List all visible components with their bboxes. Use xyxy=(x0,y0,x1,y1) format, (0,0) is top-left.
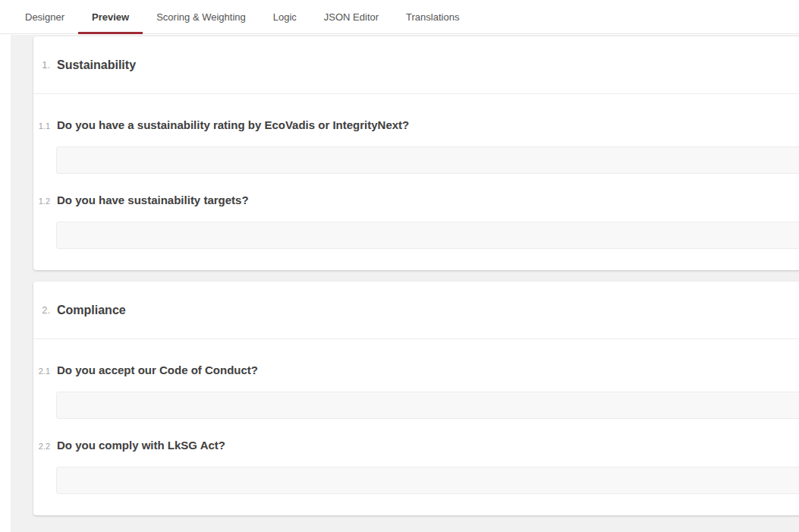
section-header: 2. Compliance xyxy=(33,282,799,339)
section-title: Compliance xyxy=(57,304,126,317)
question-number: 1.2 xyxy=(33,197,50,206)
question-title-row: 2.1 Do you accept our Code of Conduct? xyxy=(33,364,799,376)
section-header: 1. Sustainability xyxy=(33,36,799,94)
question-number: 2.1 xyxy=(33,367,50,376)
preview-surface: 1. Sustainability 1.1 Do you have a sust… xyxy=(11,35,799,532)
question-title-row: 1.1 Do you have a sustainability rating … xyxy=(33,119,799,131)
question-title: Do you have a sustainability rating by E… xyxy=(57,119,409,131)
section-body: 2.1 Do you accept our Code of Conduct? 2… xyxy=(33,339,799,515)
section-number: 1. xyxy=(33,59,50,71)
tab-preview[interactable]: Preview xyxy=(78,0,143,33)
question-block: 2.2 Do you comply with LkSG Act? xyxy=(33,439,799,494)
section-title: Sustainability xyxy=(57,58,136,72)
tab-designer[interactable]: Designer xyxy=(11,0,78,33)
tab-json-editor[interactable]: JSON Editor xyxy=(310,0,392,33)
question-title: Do you have sustainability targets? xyxy=(57,194,249,206)
tab-scoring-weighting[interactable]: Scoring & Weighting xyxy=(143,0,260,33)
section-card-compliance: 2. Compliance 2.1 Do you accept our Code… xyxy=(33,282,799,515)
question-block: 1.2 Do you have sustainability targets? xyxy=(33,194,799,249)
question-input-sustainability-rating[interactable] xyxy=(56,146,799,174)
tab-logic[interactable]: Logic xyxy=(260,0,310,33)
question-title-row: 2.2 Do you comply with LkSG Act? xyxy=(33,439,799,451)
question-block: 2.1 Do you accept our Code of Conduct? xyxy=(33,364,799,419)
section-card-sustainability: 1. Sustainability 1.1 Do you have a sust… xyxy=(33,36,799,270)
question-number: 1.1 xyxy=(33,121,50,131)
creator-tab-bar: Designer Preview Scoring & Weighting Log… xyxy=(0,0,799,34)
question-input-lksg-act[interactable] xyxy=(56,467,799,494)
section-number: 2. xyxy=(33,304,50,316)
question-number: 2.2 xyxy=(33,442,50,451)
question-input-sustainability-targets[interactable] xyxy=(56,222,799,249)
question-block: 1.1 Do you have a sustainability rating … xyxy=(33,119,799,174)
question-title: Do you comply with LkSG Act? xyxy=(57,439,225,451)
section-body: 1.1 Do you have a sustainability rating … xyxy=(33,94,799,270)
tab-translations[interactable]: Translations xyxy=(392,0,473,33)
question-title-row: 1.2 Do you have sustainability targets? xyxy=(33,194,799,206)
question-title: Do you accept our Code of Conduct? xyxy=(57,364,258,376)
question-input-code-of-conduct[interactable] xyxy=(56,392,799,419)
